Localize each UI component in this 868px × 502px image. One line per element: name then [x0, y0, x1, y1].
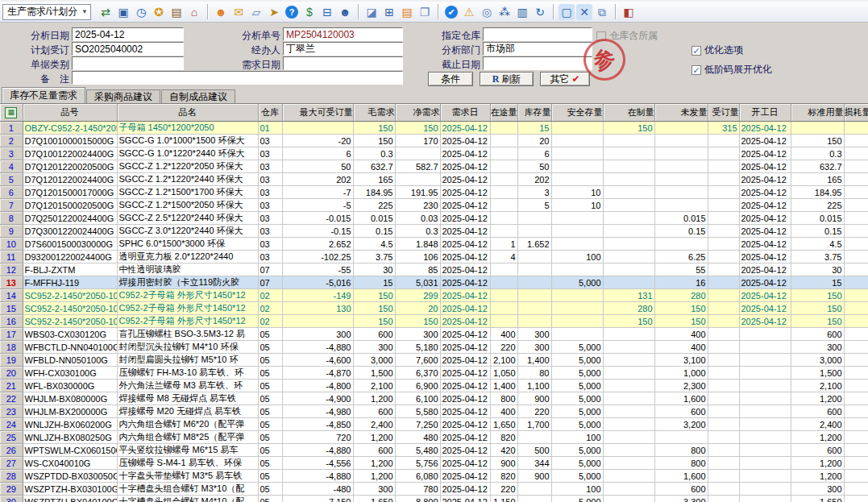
cell-in-transit-qty[interactable]: 820: [490, 470, 517, 483]
cell-gross-demand[interactable]: 600: [353, 405, 395, 418]
cell-loss-qty[interactable]: [844, 276, 868, 289]
cell-ordered-qty[interactable]: [708, 328, 739, 341]
cell-item-no[interactable]: D7Q1201500017000G: [23, 186, 117, 199]
cell-stock-qty[interactable]: [517, 225, 551, 238]
cell-safety-stock[interactable]: [551, 238, 603, 251]
deadline-field[interactable]: [483, 56, 592, 70]
cell-unshipped-qty[interactable]: 400: [654, 328, 708, 341]
refresh-button[interactable]: R刷新: [480, 72, 534, 86]
cell-in-process-qty[interactable]: [603, 212, 654, 225]
analysis-date-field[interactable]: [72, 27, 184, 41]
row-number[interactable]: 27: [0, 457, 23, 470]
cell-standard-usage[interactable]: 4.5: [791, 238, 844, 251]
cell-item-name[interactable]: 盲孔压铆螺柱 BSO-3.5M3-12 易: [117, 328, 258, 341]
cell-standard-usage[interactable]: 600: [791, 405, 844, 418]
cell-loss-qty[interactable]: [844, 392, 868, 405]
row-number[interactable]: 18: [0, 341, 23, 354]
cell-net-demand[interactable]: 5,180: [395, 341, 440, 354]
cell-demand-date[interactable]: 2025-04-12: [440, 160, 490, 173]
row-number[interactable]: 7: [0, 199, 23, 212]
cell-stock-qty[interactable]: 500: [517, 444, 551, 457]
remark-field[interactable]: [72, 71, 403, 85]
cell-max-orderable[interactable]: 720: [282, 431, 353, 444]
cell-ordered-qty[interactable]: [708, 147, 739, 160]
cell-warehouse[interactable]: 03: [258, 173, 282, 186]
cell-item-name[interactable]: SGCC-G 1.0*1220*2440 环保大: [117, 147, 258, 160]
row-number[interactable]: 20: [0, 367, 23, 380]
cell-standard-usage[interactable]: 300: [791, 341, 844, 354]
cell-item-no[interactable]: OBZY-C952-2-1450*2050: [23, 122, 117, 135]
cell-start-date[interactable]: [739, 341, 791, 354]
cell-start-date[interactable]: [739, 418, 791, 431]
tab-shortage-demand[interactable]: 库存不足量需求: [2, 87, 85, 103]
cell-demand-date[interactable]: 2025-04-12: [440, 135, 490, 147]
cell-warehouse[interactable]: 05: [258, 354, 282, 367]
cell-ordered-qty[interactable]: [708, 315, 739, 328]
cell-safety-stock[interactable]: [551, 302, 603, 315]
row-number[interactable]: 14: [0, 289, 23, 302]
col-header-gross-demand[interactable]: 毛需求: [353, 104, 395, 122]
row-number[interactable]: 19: [0, 354, 23, 367]
cell-item-name[interactable]: 十字盘头带垫螺钉 M3*5 易车铁: [117, 470, 258, 483]
cell-warehouse[interactable]: 05: [258, 392, 282, 405]
cell-standard-usage[interactable]: 1,200: [791, 431, 844, 444]
cell-start-date[interactable]: 2025-04-12: [739, 186, 791, 199]
cell-in-transit-qty[interactable]: 400: [490, 328, 517, 341]
cell-item-no[interactable]: WSZPTZH-BX040100G: [23, 496, 117, 502]
row-number[interactable]: 28: [0, 470, 23, 483]
cell-item-no[interactable]: D7Q1201220024400G: [23, 173, 117, 186]
analysis-dept-field[interactable]: [483, 42, 592, 56]
cell-gross-demand[interactable]: 2,400: [353, 418, 395, 431]
condition-button[interactable]: 条件: [428, 72, 473, 86]
cell-item-name[interactable]: 焊接用密封胶（卡立119防火胶: [117, 276, 258, 289]
cell-gross-demand[interactable]: 0.015: [353, 212, 395, 225]
cell-unshipped-qty[interactable]: 600: [654, 405, 708, 418]
cell-demand-date[interactable]: 2025-04-12: [440, 444, 490, 457]
cell-safety-stock[interactable]: 5,000: [551, 405, 603, 418]
cell-unshipped-qty[interactable]: [654, 238, 708, 251]
cell-stock-qty[interactable]: 20: [517, 135, 551, 147]
cell-stock-qty[interactable]: 344: [517, 457, 551, 470]
cell-loss-qty[interactable]: [844, 470, 868, 483]
cell-in-process-qty[interactable]: [603, 276, 654, 289]
cell-in-transit-qty[interactable]: [490, 122, 517, 135]
cell-gross-demand[interactable]: 150: [353, 135, 395, 147]
cell-ordered-qty[interactable]: [708, 212, 739, 225]
cell-safety-stock[interactable]: [551, 315, 603, 328]
cell-in-transit-qty[interactable]: 1: [490, 238, 517, 251]
cell-loss-qty[interactable]: [844, 225, 868, 238]
cell-safety-stock[interactable]: 100: [551, 483, 603, 496]
cell-loss-qty[interactable]: [844, 147, 868, 160]
cell-gross-demand[interactable]: 3.75: [353, 251, 395, 263]
notes-icon[interactable]: ▱: [248, 4, 264, 20]
cell-safety-stock[interactable]: [551, 160, 603, 173]
cell-in-process-qty[interactable]: 150: [603, 122, 654, 135]
cell-max-orderable[interactable]: -4,880: [282, 470, 353, 483]
cell-loss-qty[interactable]: [844, 483, 868, 496]
cell-item-no[interactable]: D932001220024400G: [23, 251, 117, 263]
cell-item-name[interactable]: 外六角法兰螺母 M3 易车铁、环: [117, 380, 258, 392]
cell-max-orderable[interactable]: -4,880: [282, 444, 353, 457]
col-header-stock-qty[interactable]: 库存量: [517, 104, 551, 122]
cell-start-date[interactable]: 2025-04-12: [739, 199, 791, 212]
cell-unshipped-qty[interactable]: 16: [654, 276, 708, 289]
cell-loss-qty[interactable]: [844, 212, 868, 225]
cell-in-transit-qty[interactable]: [490, 289, 517, 302]
restore-window-icon[interactable]: ▢: [559, 4, 575, 20]
cell-in-process-qty[interactable]: [603, 444, 654, 457]
cell-gross-demand[interactable]: 1,200: [353, 431, 395, 444]
cell-warehouse[interactable]: 05: [258, 431, 282, 444]
cell-stock-qty[interactable]: 15: [517, 122, 551, 135]
cell-safety-stock[interactable]: 5,000: [551, 470, 603, 483]
cell-standard-usage[interactable]: 150: [791, 315, 844, 328]
cell-loss-qty[interactable]: [844, 341, 868, 354]
cell-net-demand[interactable]: 5,580: [395, 405, 440, 418]
cell-in-transit-qty[interactable]: 900: [490, 457, 517, 470]
cell-warehouse[interactable]: 05: [258, 405, 282, 418]
cell-start-date[interactable]: [739, 354, 791, 367]
cell-in-process-qty[interactable]: [603, 367, 654, 380]
cell-ordered-qty[interactable]: [708, 367, 739, 380]
cell-in-transit-qty[interactable]: [490, 315, 517, 328]
cell-start-date[interactable]: [739, 483, 791, 496]
cell-start-date[interactable]: [739, 457, 791, 470]
